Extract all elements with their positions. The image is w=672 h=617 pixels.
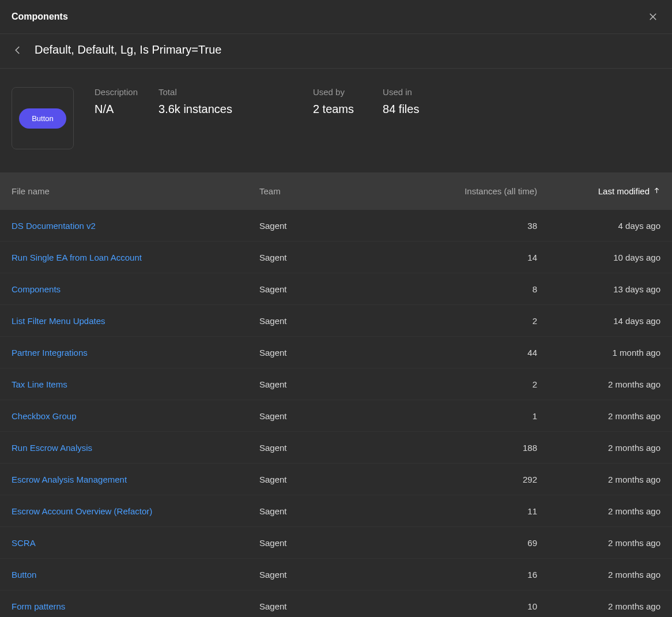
file-link[interactable]: Escrow Account Overview (Refactor)	[12, 506, 152, 516]
cell-file: Checkbox Group	[12, 411, 259, 421]
meta-section: Button Description N/A Total 3.6k instan…	[0, 69, 672, 172]
cell-team: Sagent	[259, 411, 409, 421]
table-row[interactable]: Run Escrow AnalysisSagent1882 months ago	[0, 432, 672, 464]
meta-description-label: Description	[95, 87, 138, 97]
cell-file: Run Escrow Analysis	[12, 443, 259, 453]
cell-file: Button	[12, 570, 259, 580]
meta-usedby: Used by 2 teams	[313, 87, 354, 116]
table-row[interactable]: ComponentsSagent813 days ago	[0, 273, 672, 305]
cell-modified: 2 months ago	[548, 443, 660, 453]
cell-modified: 2 months ago	[548, 570, 660, 580]
breadcrumb-current: Default, Default, Lg, Is Primary=True	[35, 43, 221, 57]
file-link[interactable]: Run Escrow Analysis	[12, 443, 92, 453]
file-link[interactable]: Components	[12, 284, 61, 294]
col-header-modified[interactable]: Last modified	[548, 186, 660, 196]
preview-button-sample: Button	[19, 108, 66, 129]
meta-description: Description N/A	[95, 87, 138, 116]
col-header-file[interactable]: File name	[12, 186, 259, 196]
cell-instances: 10	[409, 601, 548, 611]
file-link[interactable]: DS Documentation v2	[12, 221, 96, 231]
col-header-team[interactable]: Team	[259, 186, 409, 196]
table-row[interactable]: Run Single EA from Loan AccountSagent141…	[0, 242, 672, 273]
meta-total-value: 3.6k instances	[158, 103, 232, 116]
cell-modified: 13 days ago	[548, 284, 660, 294]
cell-instances: 188	[409, 443, 548, 453]
col-header-instances[interactable]: Instances (all time)	[409, 186, 548, 196]
component-preview: Button	[12, 87, 74, 149]
cell-instances: 14	[409, 253, 548, 262]
back-button[interactable]	[12, 44, 24, 57]
cell-instances: 11	[409, 506, 548, 516]
table-row[interactable]: Escrow Account Overview (Refactor)Sagent…	[0, 495, 672, 527]
cell-file: DS Documentation v2	[12, 221, 259, 231]
cell-file: Partner Integrations	[12, 348, 259, 358]
file-link[interactable]: Button	[12, 570, 36, 580]
cell-modified: 4 days ago	[548, 221, 660, 231]
file-link[interactable]: Escrow Analysis Management	[12, 475, 127, 484]
cell-team: Sagent	[259, 538, 409, 548]
table-body: DS Documentation v2Sagent384 days agoRun…	[0, 210, 672, 617]
chevron-left-icon	[13, 45, 23, 55]
file-link[interactable]: Tax Line Items	[12, 379, 67, 389]
cell-team: Sagent	[259, 601, 409, 611]
cell-team: Sagent	[259, 221, 409, 231]
close-button[interactable]	[645, 9, 660, 24]
components-modal: Components Default, Default, Lg, Is Prim…	[0, 0, 672, 617]
file-link[interactable]: SCRA	[12, 538, 36, 548]
table-row[interactable]: DS Documentation v2Sagent384 days ago	[0, 210, 672, 242]
cell-instances: 44	[409, 348, 548, 358]
table-row[interactable]: Escrow Analysis ManagementSagent2922 mon…	[0, 464, 672, 495]
cell-instances: 292	[409, 475, 548, 484]
cell-instances: 16	[409, 570, 548, 580]
cell-modified: 2 months ago	[548, 475, 660, 484]
table-row[interactable]: SCRASagent692 months ago	[0, 527, 672, 559]
usage-table: File name Team Instances (all time) Last…	[0, 172, 672, 617]
cell-file: Tax Line Items	[12, 379, 259, 389]
cell-instances: 38	[409, 221, 548, 231]
meta-description-value: N/A	[95, 103, 138, 116]
meta-usedin-value: 84 files	[383, 103, 419, 116]
cell-instances: 8	[409, 284, 548, 294]
file-link[interactable]: Partner Integrations	[12, 348, 88, 358]
meta-usedby-label: Used by	[313, 87, 354, 97]
cell-modified: 2 months ago	[548, 379, 660, 389]
table-row[interactable]: Form patternsSagent102 months ago	[0, 590, 672, 617]
cell-team: Sagent	[259, 348, 409, 358]
file-link[interactable]: List Filter Menu Updates	[12, 316, 105, 326]
cell-instances: 1	[409, 411, 548, 421]
cell-team: Sagent	[259, 316, 409, 326]
table-row[interactable]: List Filter Menu UpdatesSagent214 days a…	[0, 305, 672, 337]
table-row[interactable]: ButtonSagent162 months ago	[0, 559, 672, 590]
file-link[interactable]: Checkbox Group	[12, 411, 77, 421]
meta-usedin: Used in 84 files	[383, 87, 419, 116]
cell-modified: 2 months ago	[548, 601, 660, 611]
cell-file: Form patterns	[12, 601, 259, 611]
breadcrumb: Default, Default, Lg, Is Primary=True	[0, 34, 672, 69]
cell-team: Sagent	[259, 475, 409, 484]
cell-file: List Filter Menu Updates	[12, 316, 259, 326]
meta-usedin-label: Used in	[383, 87, 419, 97]
table-header: File name Team Instances (all time) Last…	[0, 172, 672, 210]
table-row[interactable]: Checkbox GroupSagent12 months ago	[0, 400, 672, 432]
table-row[interactable]: Partner IntegrationsSagent441 month ago	[0, 337, 672, 368]
cell-team: Sagent	[259, 253, 409, 262]
close-icon	[648, 12, 658, 22]
file-link[interactable]: Run Single EA from Loan Account	[12, 253, 142, 262]
modal-title: Components	[12, 12, 68, 22]
cell-modified: 2 months ago	[548, 538, 660, 548]
meta-total-label: Total	[158, 87, 232, 97]
cell-file: Components	[12, 284, 259, 294]
table-row[interactable]: Tax Line ItemsSagent22 months ago	[0, 368, 672, 400]
file-link[interactable]: Form patterns	[12, 601, 65, 611]
cell-file: Escrow Analysis Management	[12, 475, 259, 484]
meta-usedby-value: 2 teams	[313, 103, 354, 116]
cell-modified: 14 days ago	[548, 316, 660, 326]
cell-instances: 2	[409, 379, 548, 389]
arrow-up-icon	[653, 186, 660, 196]
cell-file: Escrow Account Overview (Refactor)	[12, 506, 259, 516]
cell-modified: 10 days ago	[548, 253, 660, 262]
cell-team: Sagent	[259, 506, 409, 516]
meta-total: Total 3.6k instances	[158, 87, 232, 116]
modal-header: Components	[0, 0, 672, 34]
cell-instances: 69	[409, 538, 548, 548]
